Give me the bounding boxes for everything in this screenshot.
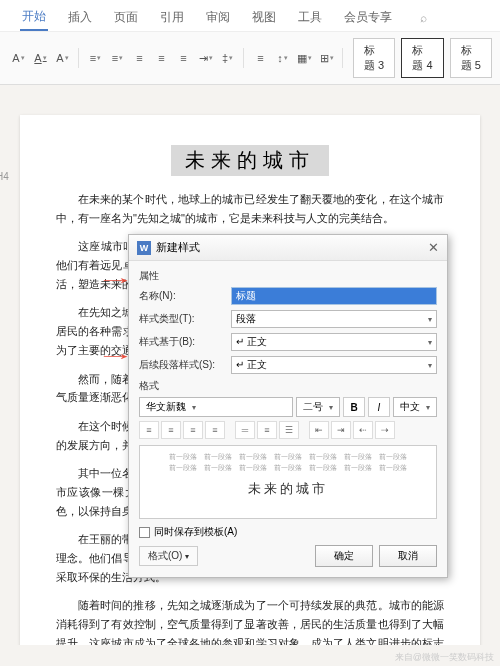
indent-increase-button[interactable]: ⇥ [331,421,351,439]
section-properties: 属性 [139,269,437,283]
align-center-button[interactable]: ≡ [161,421,181,439]
follow-select[interactable]: ↵ 正文 [231,356,437,374]
italic-button[interactable]: I [368,397,390,417]
style-heading3[interactable]: 标题 3 [353,38,395,78]
spacing-normal-button[interactable]: ≡ [257,421,277,439]
align-right-button[interactable]: ≡ [183,421,203,439]
dialog-titlebar[interactable]: W 新建样式 ✕ [129,235,447,261]
align-center-icon[interactable]: ≡ [151,48,173,68]
paragraph[interactable]: 随着时间的推移，先知之城逐渐成为了一个可持续发展的典范。城市的能源消耗得到了有效… [56,596,444,645]
style-heading5[interactable]: 标题 5 [450,38,492,78]
name-input[interactable] [231,287,437,305]
highlight-icon[interactable]: A [30,48,52,68]
lang-select[interactable]: 中文 [393,397,437,417]
app-icon: W [137,241,151,255]
tab-start[interactable]: 开始 [20,4,48,31]
align-left-icon[interactable]: ≡ [129,48,151,68]
watermark: 来自@微微一笑数码科技 [395,651,494,664]
paragraph[interactable]: 在未来的某个时代，地球上的城市已经发生了翻天覆地的变化，在这个城市中，有一座名为… [56,190,444,227]
font-color-icon[interactable]: A [8,48,30,68]
indent-decrease-button[interactable]: ⇤ [309,421,329,439]
follow-label: 后续段落样式(S): [139,358,225,372]
line-spacing-icon[interactable]: ↕ [272,48,294,68]
spacing-loose-button[interactable]: ☰ [279,421,299,439]
tab-view[interactable]: 视图 [250,5,278,30]
tab-page[interactable]: 页面 [112,5,140,30]
align-justify-button[interactable]: ≡ [205,421,225,439]
tab-insert[interactable]: 插入 [66,5,94,30]
close-icon[interactable]: ✕ [428,240,439,255]
heading-level-marker: H4 [0,171,9,182]
search-icon[interactable]: ⌕ [420,11,427,25]
type-label: 样式类型(T): [139,312,225,326]
style-heading4[interactable]: 标题 4 [401,38,443,78]
border-icon[interactable]: ⊞ [316,48,338,68]
based-select[interactable]: ↵ 正文 [231,333,437,351]
align-dist-icon[interactable]: ≡ [250,48,272,68]
align-right-icon[interactable]: ≡ [173,48,195,68]
annotation-arrow-icon: → [95,270,135,291]
spacing-tight-button[interactable]: ═ [235,421,255,439]
spacing-icon[interactable]: ‡ [217,48,239,68]
tab-vip[interactable]: 会员专享 [342,5,394,30]
bullets-icon[interactable]: ≡ [85,48,107,68]
outdent-button[interactable]: ⇠ [353,421,373,439]
type-select[interactable]: 段落 [231,310,437,328]
cancel-button[interactable]: 取消 [379,545,437,567]
name-label: 名称(N): [139,289,225,303]
tab-review[interactable]: 审阅 [204,5,232,30]
save-template-label: 同时保存到模板(A) [154,525,237,539]
ok-button[interactable]: 确定 [315,545,373,567]
tab-ref[interactable]: 引用 [158,5,186,30]
bold-button[interactable]: B [343,397,365,417]
section-format: 格式 [139,379,437,393]
font-select[interactable]: 华文新魏 [139,397,293,417]
doc-title[interactable]: 未来的城市 [171,145,329,176]
tab-tools[interactable]: 工具 [296,5,324,30]
indent-button[interactable]: ⇢ [375,421,395,439]
indent-icon[interactable]: ⇥ [195,48,217,68]
style-preview: 前一段落 前一段落 前一段落 前一段落 前一段落 前一段落 前一段落 前一段落 … [139,445,437,519]
shading-icon[interactable]: ▦ [294,48,316,68]
new-style-dialog: W 新建样式 ✕ 属性 名称(N): 样式类型(T): 段落 样式基于(B): … [128,234,448,578]
size-select[interactable]: 二号 [296,397,340,417]
align-left-button[interactable]: ≡ [139,421,159,439]
based-label: 样式基于(B): [139,335,225,349]
annotation-arrow-icon: → [95,346,135,367]
font-case-icon[interactable]: A [52,48,74,68]
numbering-icon[interactable]: ≡ [107,48,129,68]
dialog-title: 新建样式 [156,240,200,255]
save-template-checkbox[interactable] [139,527,150,538]
format-menu-button[interactable]: 格式(O) [139,546,198,566]
